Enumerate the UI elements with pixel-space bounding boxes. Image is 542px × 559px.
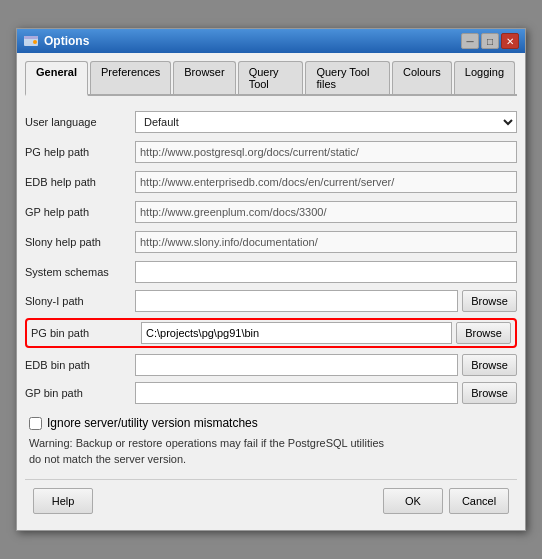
pg-bin-path-browse-button[interactable]: Browse <box>456 322 511 344</box>
title-bar: Options ─ □ ✕ <box>17 29 525 53</box>
edb-bin-path-input-group: Browse <box>135 354 517 376</box>
user-language-label: User language <box>25 116 135 128</box>
system-schemas-row: System schemas <box>25 260 517 284</box>
ignore-mismatch-checkbox[interactable] <box>29 417 42 430</box>
options-window: Options ─ □ ✕ General Preferences Browse… <box>16 28 526 531</box>
tab-colours[interactable]: Colours <box>392 61 452 94</box>
edb-help-path-row: EDB help path <box>25 170 517 194</box>
edb-bin-path-row: EDB bin path Browse <box>25 354 517 376</box>
slony-i-path-input[interactable] <box>135 290 458 312</box>
edb-help-path-label: EDB help path <box>25 176 135 188</box>
window-icon <box>23 33 39 49</box>
warning-text: Warning: Backup or restore operations ma… <box>29 436 399 467</box>
svg-rect-1 <box>24 36 38 39</box>
tab-browser[interactable]: Browser <box>173 61 235 94</box>
gp-bin-path-label: GP bin path <box>25 387 135 399</box>
slony-help-path-row: Slony help path <box>25 230 517 254</box>
user-language-select[interactable]: Default <box>135 111 517 133</box>
bottom-right-buttons: OK Cancel <box>383 488 509 514</box>
pg-bin-path-input[interactable] <box>141 322 452 344</box>
gp-bin-path-input-group: Browse <box>135 382 517 404</box>
tab-query-tool[interactable]: Query Tool <box>238 61 304 94</box>
close-button[interactable]: ✕ <box>501 33 519 49</box>
gp-bin-path-input[interactable] <box>135 382 458 404</box>
slony-help-path-label: Slony help path <box>25 236 135 248</box>
gp-help-path-row: GP help path <box>25 200 517 224</box>
pg-bin-path-row: PG bin path Browse <box>25 318 517 348</box>
pg-bin-path-input-group: Browse <box>141 322 511 344</box>
slony-help-path-input[interactable] <box>135 231 517 253</box>
ok-button[interactable]: OK <box>383 488 443 514</box>
cancel-button[interactable]: Cancel <box>449 488 509 514</box>
gp-help-path-label: GP help path <box>25 206 135 218</box>
tab-bar: General Preferences Browser Query Tool Q… <box>25 61 517 96</box>
edb-bin-path-input[interactable] <box>135 354 458 376</box>
gp-bin-path-browse-button[interactable]: Browse <box>462 382 517 404</box>
system-schemas-input[interactable] <box>135 261 517 283</box>
tab-query-tool-files[interactable]: Query Tool files <box>305 61 390 94</box>
system-schemas-label: System schemas <box>25 266 135 278</box>
svg-point-2 <box>33 40 37 44</box>
ignore-mismatch-label: Ignore server/utility version mismatches <box>47 416 258 430</box>
tab-general[interactable]: General <box>25 61 88 96</box>
form-area: User language Default PG help path EDB h… <box>25 106 517 471</box>
help-button[interactable]: Help <box>33 488 93 514</box>
edb-help-path-input[interactable] <box>135 171 517 193</box>
slony-i-path-input-group: Browse <box>135 290 517 312</box>
maximize-button[interactable]: □ <box>481 33 499 49</box>
gp-help-path-input[interactable] <box>135 201 517 223</box>
user-language-row: User language Default <box>25 110 517 134</box>
title-bar-left: Options <box>23 33 89 49</box>
ignore-mismatch-row: Ignore server/utility version mismatches <box>29 416 517 430</box>
tab-logging[interactable]: Logging <box>454 61 515 94</box>
slony-i-path-row: Slony-I path Browse <box>25 290 517 312</box>
pg-help-path-input[interactable] <box>135 141 517 163</box>
minimize-button[interactable]: ─ <box>461 33 479 49</box>
gp-bin-path-row: GP bin path Browse <box>25 382 517 404</box>
pg-help-path-label: PG help path <box>25 146 135 158</box>
edb-bin-path-label: EDB bin path <box>25 359 135 371</box>
slony-i-path-browse-button[interactable]: Browse <box>462 290 517 312</box>
edb-bin-path-browse-button[interactable]: Browse <box>462 354 517 376</box>
pg-bin-path-label: PG bin path <box>31 327 141 339</box>
bottom-bar: Help OK Cancel <box>25 479 517 522</box>
title-buttons: ─ □ ✕ <box>461 33 519 49</box>
window-content: General Preferences Browser Query Tool Q… <box>17 53 525 530</box>
window-title: Options <box>44 34 89 48</box>
tab-preferences[interactable]: Preferences <box>90 61 171 94</box>
pg-help-path-row: PG help path <box>25 140 517 164</box>
slony-i-path-label: Slony-I path <box>25 295 135 307</box>
